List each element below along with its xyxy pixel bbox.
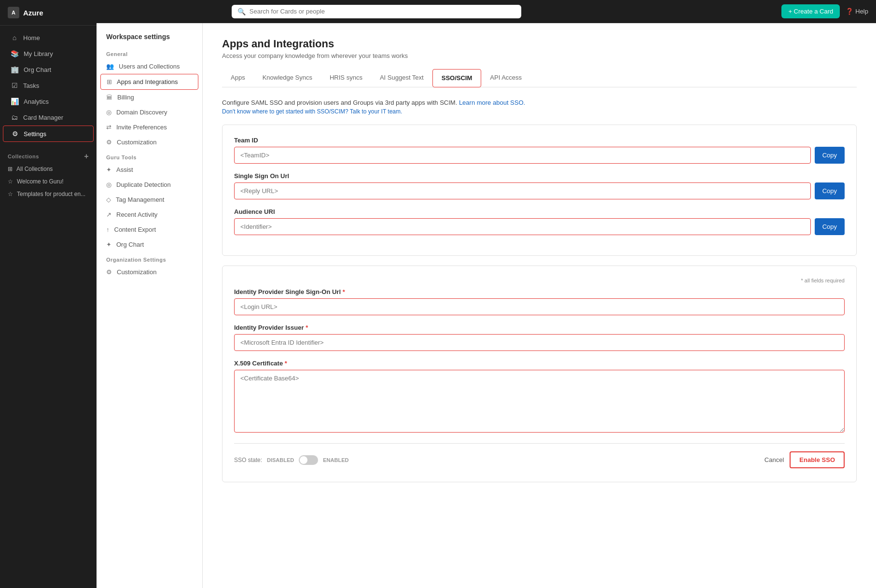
tab-sso-scim[interactable]: SSO/SCIM — [432, 69, 482, 87]
footer-actions: Cancel Enable SSO — [765, 451, 845, 468]
sidebar-item-analytics[interactable]: 📊 Analytics — [3, 94, 94, 109]
billing-icon: 🏛 — [106, 94, 112, 101]
settings-tag-management[interactable]: ◇ Tag Management — [97, 192, 202, 207]
tab-knowledge-syncs[interactable]: Knowledge Syncs — [254, 69, 321, 87]
sso-url-copy-button[interactable]: Copy — [815, 182, 845, 199]
team-id-row: Copy — [234, 147, 845, 164]
x509-cert-label: X.509 Certificate * — [234, 360, 845, 367]
sso-footer: SSO state: DISABLED ENABLED Cancel Enabl… — [234, 443, 845, 470]
home-icon: ⌂ — [11, 34, 18, 42]
sidebar-item-label: Settings — [24, 130, 46, 138]
settings-invite-preferences[interactable]: ⇄ Invite Preferences — [97, 120, 202, 135]
guru-tools-section-label: Guru Tools — [97, 150, 202, 162]
x509-cert-group: X.509 Certificate * — [234, 360, 845, 434]
collection-item-all[interactable]: ⊞ All Collections — [0, 163, 97, 175]
page-title: Apps and Integrations — [222, 38, 857, 50]
main-area: 🔍 + Create a Card ❓ Help Workspace setti… — [97, 0, 876, 588]
sidebar-item-tasks[interactable]: ☑ Tasks — [3, 78, 94, 93]
sidebar-item-label: Tasks — [23, 82, 39, 89]
topbar: 🔍 + Create a Card ❓ Help — [97, 0, 876, 23]
sso-url-label: Single Sign On Url — [234, 172, 845, 180]
idp-sso-url-group: Identity Provider Single Sign-On Url * — [234, 288, 845, 315]
audience-uri-row: Copy — [234, 218, 845, 235]
disabled-label: DISABLED — [267, 457, 294, 463]
sidebar-item-label: Home — [23, 34, 40, 42]
app-name: Azure — [23, 9, 43, 17]
team-id-input[interactable] — [234, 147, 811, 164]
search-bar: 🔍 — [232, 5, 521, 18]
export-icon: ↑ — [106, 226, 110, 233]
welcome-icon: ☆ — [8, 178, 13, 185]
org-customization-icon: ⚙ — [106, 268, 112, 276]
topbar-right: + Create a Card ❓ Help — [781, 4, 868, 18]
settings-recent-activity[interactable]: ↗ Recent Activity — [97, 207, 202, 222]
audience-uri-group: Audience URI Copy — [234, 208, 845, 235]
tab-api-access[interactable]: API Access — [481, 69, 530, 87]
create-card-button[interactable]: + Create a Card — [781, 4, 840, 18]
users-icon: 👥 — [106, 63, 114, 70]
sso-helper-text[interactable]: Don't know where to get started with SSO… — [222, 108, 857, 115]
toggle-thumb — [300, 456, 307, 464]
learn-more-link[interactable]: Learn more about SSO. — [459, 99, 525, 106]
sso-url-input[interactable] — [234, 182, 811, 199]
add-collection-button[interactable]: + — [84, 152, 89, 161]
content-area: Workspace settings General 👥 Users and C… — [97, 23, 876, 588]
enable-sso-button[interactable]: Enable SSO — [790, 451, 845, 468]
team-id-group: Team ID Copy — [234, 137, 845, 164]
sidebar-item-card-manager[interactable]: 🗂 Card Manager — [3, 110, 94, 125]
search-input[interactable] — [250, 8, 515, 15]
idp-issuer-group: Identity Provider Issuer * — [234, 324, 845, 351]
org-chart-nav-icon: ✦ — [106, 241, 111, 248]
collection-item-welcome[interactable]: ☆ Welcome to Guru! — [0, 175, 97, 188]
cancel-button[interactable]: Cancel — [765, 456, 784, 463]
settings-assist[interactable]: ✦ Assist — [97, 162, 202, 177]
sidebar-item-label: My Library — [24, 50, 53, 57]
customization-icon: ⚙ — [106, 139, 112, 146]
tabs-bar: Apps Knowledge Syncs HRIS syncs AI Sugge… — [222, 69, 857, 87]
sidebar-item-home[interactable]: ⌂ Home — [3, 30, 94, 45]
sidebar-item-my-library[interactable]: 📚 My Library — [3, 46, 94, 61]
sidebar-item-label: Analytics — [24, 98, 49, 105]
audience-uri-label: Audience URI — [234, 208, 845, 215]
settings-sidebar-title: Workspace settings — [97, 33, 202, 46]
tab-apps[interactable]: Apps — [222, 69, 254, 87]
audience-uri-input[interactable] — [234, 218, 811, 235]
templates-icon: ☆ — [8, 191, 13, 197]
assist-icon: ✦ — [106, 166, 111, 173]
tab-hris-syncs[interactable]: HRIS syncs — [321, 69, 371, 87]
sso-state-section: SSO state: DISABLED ENABLED — [234, 455, 348, 465]
team-id-label: Team ID — [234, 137, 845, 144]
settings-apps-integrations[interactable]: ⊞ Apps and Integrations — [100, 74, 198, 90]
org-settings-section-label: Organization Settings — [97, 252, 202, 265]
sso-toggle[interactable] — [299, 455, 318, 465]
help-button[interactable]: ❓ Help — [846, 8, 868, 15]
invite-icon: ⇄ — [106, 124, 111, 131]
tab-ai-suggest-text[interactable]: AI Suggest Text — [371, 69, 432, 87]
sso-url-group: Single Sign On Url Copy — [234, 172, 845, 199]
idp-issuer-row — [234, 334, 845, 351]
settings-customization[interactable]: ⚙ Customization — [97, 135, 202, 150]
settings-duplicate-detection[interactable]: ◎ Duplicate Detection — [97, 177, 202, 192]
required-asterisk: * — [343, 288, 345, 295]
team-id-copy-button[interactable]: Copy — [815, 147, 845, 164]
settings-org-customization[interactable]: ⚙ Customization — [97, 265, 202, 280]
sidebar-item-settings[interactable]: ⚙ Settings — [3, 126, 94, 142]
idp-sso-url-label: Identity Provider Single Sign-On Url * — [234, 288, 845, 295]
settings-content-export[interactable]: ↑ Content Export — [97, 222, 202, 237]
settings-users-collections[interactable]: 👥 Users and Collections — [97, 59, 202, 74]
sso-state-label: SSO state: — [234, 457, 262, 463]
sso-provider-card: * all fields required Identity Provider … — [222, 266, 857, 482]
settings-domain-discovery[interactable]: ◎ Domain Discovery — [97, 105, 202, 120]
idp-sso-url-input[interactable] — [234, 298, 845, 315]
settings-org-chart[interactable]: ✦ Org Chart — [97, 237, 202, 252]
left-sidebar: A Azure ⌂ Home 📚 My Library 🏢 Org Chart … — [0, 0, 97, 588]
audience-uri-copy-button[interactable]: Copy — [815, 218, 845, 235]
search-icon: 🔍 — [237, 8, 246, 15]
settings-billing[interactable]: 🏛 Billing — [97, 90, 202, 105]
x509-cert-textarea[interactable] — [234, 370, 845, 433]
idp-issuer-input[interactable] — [234, 334, 845, 351]
general-section-label: General — [97, 46, 202, 59]
enabled-label: ENABLED — [323, 457, 348, 463]
collection-item-templates[interactable]: ☆ Templates for product en... — [0, 188, 97, 200]
sidebar-item-org-chart[interactable]: 🏢 Org Chart — [3, 62, 94, 77]
